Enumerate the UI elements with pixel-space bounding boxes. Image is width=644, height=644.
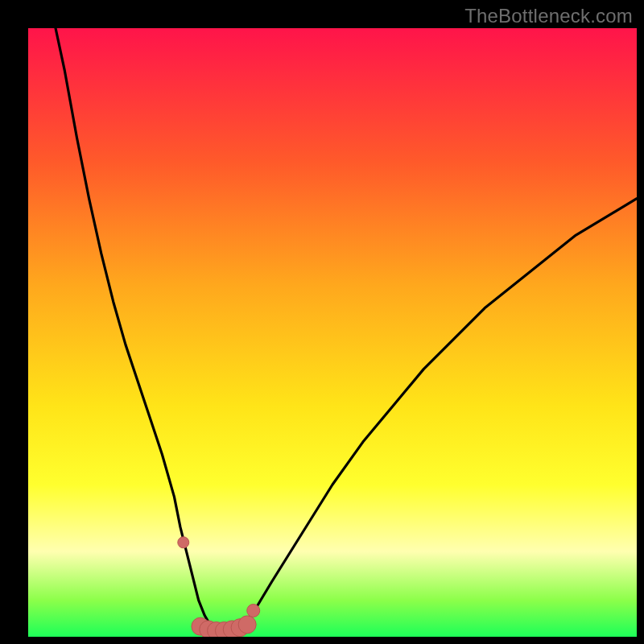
highlight-marker	[238, 616, 256, 634]
watermark-text: TheBottleneck.com	[464, 5, 633, 27]
gradient-background	[28, 28, 637, 637]
chart-svg	[28, 28, 637, 637]
highlight-marker	[247, 604, 260, 617]
plot-area	[28, 28, 637, 637]
chart-frame: TheBottleneck.com	[0, 0, 644, 644]
highlight-marker	[178, 537, 189, 548]
